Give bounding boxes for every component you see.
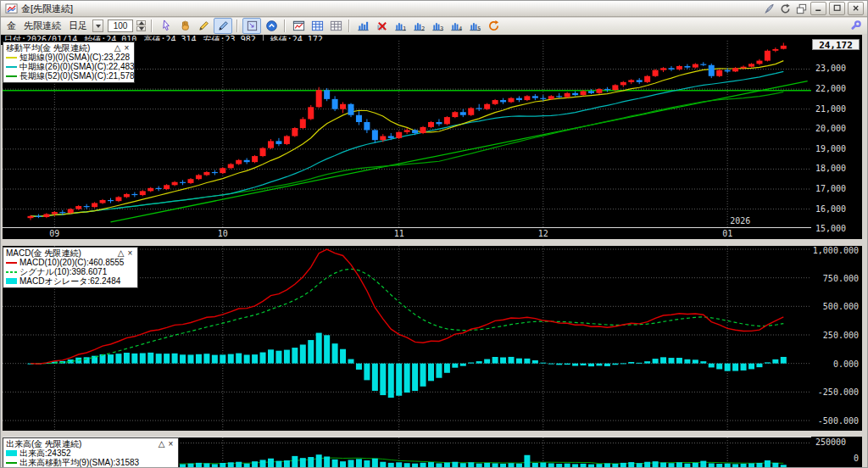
legend-swatch (6, 450, 17, 456)
price-axis-label: 19,000 (815, 144, 846, 153)
legend-item-label: MACDオシレータ:62.2484 (19, 276, 120, 286)
indicator-2-button[interactable]: 2 (410, 19, 427, 33)
indicator-2-icon: 2 (413, 20, 426, 32)
macd-legend: MACD(金 先限連続) △ × MACD(10)(20)(C):460.855… (3, 247, 138, 288)
toolbar-separator (348, 20, 350, 32)
current-price-flag: 24,172 (812, 39, 860, 50)
rotate-icon[interactable] (778, 3, 792, 15)
histogram-dropdown-button[interactable] (354, 19, 371, 33)
month-label: 10 (218, 229, 228, 238)
price-axis-label: 20,000 (815, 124, 846, 133)
legend-title: MACD(金 先限連続) (6, 248, 116, 258)
indicator-3-icon: 3 (431, 20, 444, 32)
feather-icon[interactable] (762, 3, 776, 15)
bar-count-stepper (136, 20, 146, 31)
cascade-windows-icon[interactable] (794, 3, 808, 15)
macd-axis-label: 750.000 (823, 274, 859, 283)
indicator-1-icon: 1 (394, 20, 407, 32)
svg-text:1: 1 (403, 25, 406, 32)
moving-average-legend: 移動平均(金 先限連続) △ × 短期線(9)(0)(SMA)(C):23,22… (3, 42, 135, 83)
price-axis-label: 22,000 (815, 84, 846, 93)
time-axis: 0910111201 (3, 228, 811, 239)
legend-title: 出来高(金 先限連続) (6, 439, 157, 448)
indicator-3-button[interactable]: 3 (429, 19, 446, 33)
legend-close-button[interactable]: × (122, 43, 131, 53)
timeframe-label[interactable]: 日足 (69, 20, 87, 32)
app-window: 金[先限連続] 金 先限連続 日足 100 12345 日付:2026/01/1… (0, 0, 868, 468)
data-table-button[interactable] (309, 19, 326, 33)
maximize-button[interactable] (829, 2, 845, 15)
bar-count-up-button[interactable] (136, 20, 146, 25)
month-label: 12 (538, 229, 548, 238)
timeframe-dropdown-button[interactable] (92, 20, 103, 32)
toolbar-separator (236, 20, 238, 32)
svg-text:4: 4 (459, 25, 462, 32)
chart-window-button[interactable] (290, 19, 307, 33)
chart-window-icon (292, 20, 305, 32)
bar-count-down-button[interactable] (136, 26, 146, 31)
volume-legend: 出来高(金 先限連続) △ × 出来高:24352出来高移動平均(9)(SMA)… (3, 437, 179, 468)
toolbar-separator (151, 20, 153, 32)
volume-axis-max: 250000 (815, 437, 846, 447)
bar-count-input[interactable]: 100 (108, 20, 133, 32)
legend-item-label: シグナル(10):398.6071 (19, 267, 107, 276)
close-button[interactable] (848, 2, 864, 15)
data-table-icon (311, 20, 324, 32)
minimize-button[interactable] (810, 2, 826, 15)
macd-axis-label: 500.000 (823, 302, 859, 311)
scroll-up-button[interactable] (263, 19, 280, 33)
macd-axis-label: -500.000 (818, 416, 859, 426)
year-label: 2026 (730, 216, 750, 226)
hand-pan-icon (179, 20, 192, 32)
macd-axis-label: -250.000 (818, 387, 859, 397)
chevron-down-icon (139, 27, 144, 31)
legend-item: MACD(10)(20)(C):460.8555 (6, 258, 135, 267)
histogram-dropdown-icon (357, 20, 370, 32)
legend-collapse-button[interactable]: △ (116, 248, 125, 258)
price-axis-label: 17,000 (815, 184, 846, 193)
scroll-up-icon (265, 20, 278, 32)
macd-axis-label: 0.000 (833, 359, 859, 369)
grid-table-button[interactable] (327, 19, 344, 33)
legend-item: 出来高:24352 (6, 448, 175, 458)
legend-swatch (6, 57, 17, 58)
chevron-down-icon (96, 25, 101, 28)
price-axis-label: 16,000 (815, 204, 846, 214)
hand-pan-button[interactable] (176, 19, 193, 33)
legend-item-label: 中期線(26)(0)(SMA)(C):22,483 (19, 62, 135, 71)
pencil-edit-button[interactable] (214, 18, 232, 34)
select-cursor-icon (160, 20, 173, 32)
legend-item: MACDオシレータ:62.2484 (6, 276, 135, 286)
indicator-4-icon: 4 (450, 20, 463, 32)
remove-indicator-icon (376, 20, 388, 32)
chevron-up-icon (139, 21, 144, 25)
legend-item: 長期線(52)(0)(SMA)(C):21,578 (6, 71, 131, 81)
legend-item: 出来高移動平均(9)(SMA):31583 (6, 458, 175, 467)
refresh-icon (487, 20, 500, 32)
month-label: 11 (394, 229, 404, 238)
crosshair-tool-button[interactable] (242, 18, 261, 34)
indicator-5-button[interactable]: 5 (466, 19, 483, 33)
contract-label: 先限連続 (24, 20, 61, 32)
toolbar: 金 先限連続 日足 100 12345 (1, 18, 867, 34)
legend-collapse-button[interactable]: △ (157, 439, 166, 448)
macd-axis-label: 1,000.000 (813, 246, 859, 255)
legend-title: 移動平均(金 先限連続) (6, 43, 113, 53)
month-label: 01 (722, 229, 732, 238)
window-controls (762, 2, 864, 15)
settings-wrench-icon[interactable] (847, 19, 864, 33)
pencil-draw-button[interactable] (195, 19, 212, 33)
remove-indicator-button[interactable] (373, 19, 390, 33)
legend-close-button[interactable]: × (166, 439, 175, 448)
indicator-4-button[interactable]: 4 (448, 19, 465, 33)
legend-item-label: MACD(10)(20)(C):460.8555 (19, 258, 124, 267)
legend-close-button[interactable]: × (125, 248, 135, 258)
title-bar[interactable]: 金[先限連続] (1, 1, 867, 17)
select-cursor-button[interactable] (158, 19, 175, 33)
toolbar-separator (284, 20, 286, 32)
legend-collapse-button[interactable]: △ (113, 43, 122, 53)
legend-item-label: 出来高移動平均(9)(SMA):31583 (19, 458, 139, 467)
legend-swatch (6, 66, 17, 68)
indicator-1-button[interactable]: 1 (392, 19, 409, 33)
refresh-button[interactable] (485, 19, 502, 33)
